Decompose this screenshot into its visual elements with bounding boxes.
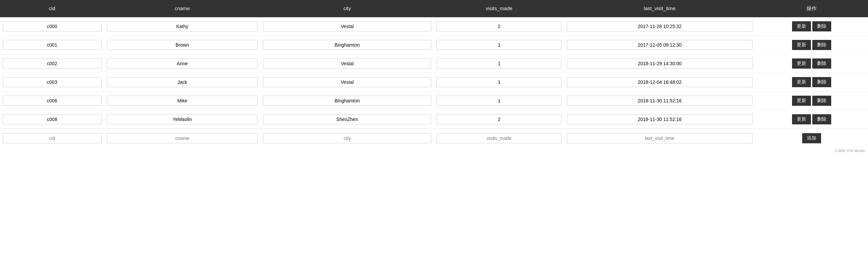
add-row: 添加	[0, 129, 868, 147]
header-city: city	[260, 0, 434, 17]
table-header: cid cname city visits_made last_visit_ti…	[0, 0, 868, 17]
cell-visits-3	[434, 76, 564, 89]
input-cid-0[interactable]	[3, 21, 102, 31]
cell-cname-0	[104, 20, 261, 33]
input-cname-5[interactable]	[107, 114, 258, 124]
cell-last-visit-2	[564, 57, 755, 70]
cell-last-visit-0	[564, 20, 755, 33]
cell-cid-5	[0, 113, 104, 126]
input-last-visit-4[interactable]	[567, 96, 753, 106]
input-cid-1[interactable]	[3, 40, 102, 50]
input-city-0[interactable]	[263, 21, 431, 31]
header-visits: visits_made	[434, 0, 564, 17]
cell-actions-3: 更新 删除	[755, 76, 868, 89]
input-cid-2[interactable]	[3, 58, 102, 69]
cell-cid-0	[0, 20, 104, 33]
table-row: 更新 删除	[0, 36, 868, 54]
cell-last-visit-5	[564, 113, 755, 126]
add-city-input[interactable]	[263, 133, 431, 143]
table-row: 更新 删除	[0, 17, 868, 36]
update-button-4[interactable]: 更新	[792, 96, 811, 106]
input-last-visit-2[interactable]	[567, 58, 753, 69]
add-cid-input[interactable]	[3, 133, 102, 143]
input-visits-1[interactable]	[437, 40, 561, 50]
update-button-2[interactable]: 更新	[792, 58, 811, 69]
input-visits-0[interactable]	[437, 21, 561, 31]
cell-cid-3	[0, 76, 104, 89]
cell-cname-1	[104, 39, 261, 51]
header-actions: 操作	[755, 0, 868, 17]
input-last-visit-1[interactable]	[567, 40, 753, 50]
update-button-1[interactable]: 更新	[792, 40, 811, 50]
input-visits-4[interactable]	[437, 96, 561, 106]
add-city-cell	[260, 132, 434, 145]
add-visits-cell	[434, 132, 564, 145]
delete-button-4[interactable]: 删除	[812, 96, 831, 106]
delete-button-3[interactable]: 删除	[812, 77, 831, 87]
cell-visits-1	[434, 39, 564, 51]
cell-visits-2	[434, 57, 564, 70]
table-row: 更新 删除	[0, 110, 868, 129]
cell-actions-4: 更新 删除	[755, 94, 868, 107]
input-cname-0[interactable]	[107, 21, 258, 31]
cell-actions-1: 更新 删除	[755, 39, 868, 51]
add-actions-cell: 添加	[755, 132, 868, 145]
add-cname-cell	[104, 132, 261, 145]
cell-city-2	[260, 57, 434, 70]
cell-cname-3	[104, 76, 261, 89]
input-last-visit-0[interactable]	[567, 21, 753, 31]
cell-cid-4	[0, 94, 104, 107]
input-city-5[interactable]	[263, 114, 431, 124]
cell-last-visit-3	[564, 76, 755, 89]
input-visits-3[interactable]	[437, 77, 561, 87]
input-city-3[interactable]	[263, 77, 431, 87]
input-cid-4[interactable]	[3, 96, 102, 106]
add-last-visit-cell	[564, 132, 755, 145]
cell-visits-0	[434, 20, 564, 33]
add-cname-input[interactable]	[107, 133, 258, 143]
add-last-visit-input[interactable]	[567, 133, 753, 143]
input-cid-3[interactable]	[3, 77, 102, 87]
delete-button-2[interactable]: 删除	[812, 58, 831, 69]
cell-actions-5: 更新 删除	[755, 113, 868, 126]
footer-note: CSDN ©Ye Moolin	[0, 147, 868, 154]
table-body: 更新 删除 更新 删除	[0, 17, 868, 129]
cell-visits-4	[434, 94, 564, 107]
add-button[interactable]: 添加	[802, 133, 821, 143]
cell-cname-4	[104, 94, 261, 107]
input-cname-4[interactable]	[107, 96, 258, 106]
cell-cid-1	[0, 39, 104, 51]
cell-actions-0: 更新 删除	[755, 20, 868, 33]
input-cname-3[interactable]	[107, 77, 258, 87]
cell-city-3	[260, 76, 434, 89]
cell-cname-2	[104, 57, 261, 70]
header-last-visit: last_visit_time	[564, 0, 755, 17]
cell-last-visit-4	[564, 94, 755, 107]
delete-button-1[interactable]: 删除	[812, 40, 831, 50]
cell-actions-2: 更新 删除	[755, 57, 868, 70]
header-cid: cid	[0, 0, 104, 17]
cell-cid-2	[0, 57, 104, 70]
update-button-0[interactable]: 更新	[792, 21, 811, 31]
delete-button-0[interactable]: 删除	[812, 21, 831, 31]
input-cid-5[interactable]	[3, 114, 102, 124]
input-visits-2[interactable]	[437, 58, 561, 69]
input-cname-2[interactable]	[107, 58, 258, 69]
delete-button-5[interactable]: 删除	[812, 114, 831, 124]
input-last-visit-3[interactable]	[567, 77, 753, 87]
input-city-1[interactable]	[263, 40, 431, 50]
table-row: 更新 删除	[0, 73, 868, 92]
table-row: 更新 删除	[0, 54, 868, 73]
cell-city-5	[260, 113, 434, 126]
add-visits-input[interactable]	[437, 133, 561, 143]
cell-city-0	[260, 20, 434, 33]
input-last-visit-5[interactable]	[567, 114, 753, 124]
input-cname-1[interactable]	[107, 40, 258, 50]
input-visits-5[interactable]	[437, 114, 561, 124]
cell-last-visit-1	[564, 39, 755, 51]
cell-visits-5	[434, 113, 564, 126]
input-city-2[interactable]	[263, 58, 431, 69]
input-city-4[interactable]	[263, 96, 431, 106]
update-button-3[interactable]: 更新	[792, 77, 811, 87]
update-button-5[interactable]: 更新	[792, 114, 811, 124]
